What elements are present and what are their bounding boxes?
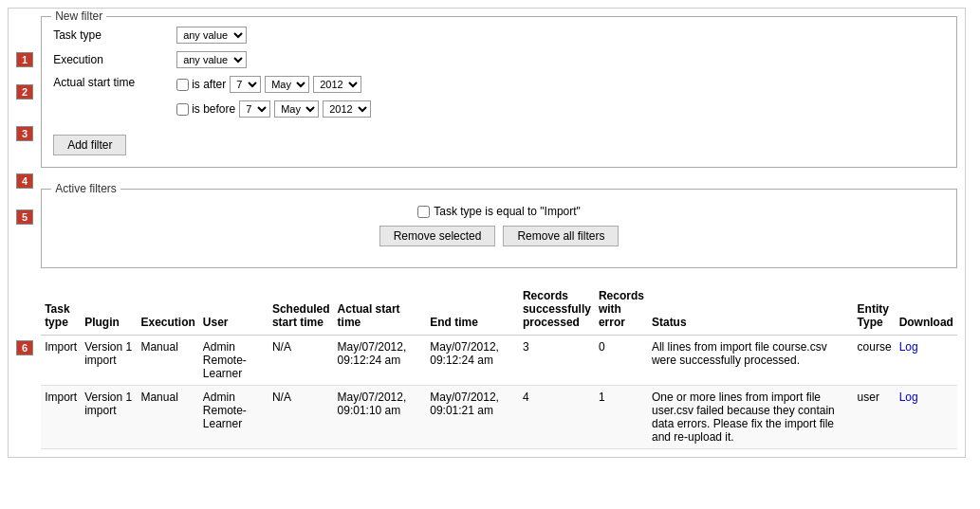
new-filter-legend: New filter	[51, 9, 106, 23]
col-records-error: Recordswitherror	[595, 283, 648, 336]
cell-actualStartTime: May/07/2012, 09:12:24 am	[334, 336, 427, 386]
col-status: Status	[648, 283, 854, 336]
execution-select[interactable]: any value	[176, 51, 247, 68]
row-number-4: 4	[16, 173, 33, 189]
col-end-time: End time	[426, 283, 519, 336]
cell-endTime: May/07/2012, 09:12:24 am	[426, 336, 519, 386]
download-link[interactable]: Log	[899, 391, 918, 404]
col-actual-start-time: Actual starttime	[334, 283, 427, 336]
cell-download[interactable]: Log	[896, 336, 957, 386]
cell-plugin: Version 1 import	[81, 386, 137, 449]
filter-item-checkbox[interactable]	[417, 206, 430, 218]
cell-entityType: user	[854, 386, 896, 449]
col-execution: Execution	[137, 283, 198, 336]
cell-actualStartTime: May/07/2012, 09:01:10 am	[334, 386, 427, 449]
data-table: Tasktype Plugin Execution User Scheduled…	[41, 283, 957, 449]
is-after-label: is after	[192, 78, 226, 91]
task-type-label: Task type	[53, 28, 176, 42]
row-number-6: 6	[16, 340, 33, 355]
cell-recordsSuccessfully: 4	[519, 386, 595, 449]
cell-plugin: Version 1 import	[81, 336, 137, 386]
after-year-select[interactable]: 2012	[313, 76, 361, 93]
is-before-label: is before	[192, 102, 235, 116]
filter-item-text: Task type is equal to "Import"	[434, 205, 581, 218]
col-plugin: Plugin	[81, 283, 137, 336]
remove-selected-button[interactable]: Remove selected	[379, 226, 496, 246]
col-records-success: Recordssuccessfullyprocessed	[519, 283, 595, 336]
row-number-1: 1	[16, 52, 33, 67]
download-link[interactable]: Log	[899, 340, 918, 354]
table-row: ImportVersion 1 importManualAdmin Remote…	[41, 336, 957, 386]
cell-taskType: Import	[41, 336, 81, 386]
row-number-3: 3	[16, 126, 33, 141]
col-user: User	[199, 283, 268, 336]
after-month-select[interactable]: May	[265, 76, 309, 93]
cell-download[interactable]: Log	[896, 386, 957, 449]
cell-recordsWithError: 0	[595, 336, 648, 386]
cell-execution: Manual	[137, 386, 198, 449]
col-entity-type: EntityType	[854, 283, 896, 336]
col-scheduled-start-time: Scheduledstart time	[268, 283, 334, 336]
before-day-select[interactable]: 7	[239, 100, 270, 118]
col-download: Download	[896, 283, 957, 336]
cell-status: All lines from import file course.csv we…	[648, 336, 854, 386]
cell-execution: Manual	[137, 336, 198, 386]
remove-all-button[interactable]: Remove all filters	[503, 226, 619, 246]
row-number-2: 2	[16, 84, 33, 100]
task-type-select[interactable]: any value	[176, 27, 247, 44]
cell-user: Admin Remote-Learner	[199, 386, 268, 449]
execution-label: Execution	[53, 53, 176, 66]
cell-scheduledStartTime: N/A	[268, 336, 334, 386]
cell-scheduledStartTime: N/A	[268, 386, 334, 449]
cell-entityType: course	[854, 336, 896, 386]
is-after-checkbox[interactable]	[176, 79, 189, 91]
table-row: ImportVersion 1 importManualAdmin Remote…	[41, 386, 957, 449]
before-month-select[interactable]: May	[274, 100, 319, 118]
actual-start-time-label: Actual start time	[53, 76, 176, 89]
cell-endTime: May/07/2012, 09:01:21 am	[426, 386, 519, 449]
before-year-select[interactable]: 2012	[323, 100, 371, 118]
cell-status: One or more lines from import file user.…	[648, 386, 854, 449]
add-filter-button[interactable]: Add filter	[53, 135, 126, 155]
cell-user: Admin Remote-Learner	[199, 336, 268, 386]
cell-recordsSuccessfully: 3	[519, 336, 595, 386]
active-filters-legend: Active filters	[51, 182, 120, 195]
cell-recordsWithError: 1	[595, 386, 648, 449]
cell-taskType: Import	[41, 386, 81, 449]
row-number-5: 5	[16, 209, 33, 225]
after-day-select[interactable]: 7	[230, 76, 261, 93]
col-task-type: Tasktype	[41, 283, 81, 336]
is-before-checkbox[interactable]	[176, 103, 189, 116]
